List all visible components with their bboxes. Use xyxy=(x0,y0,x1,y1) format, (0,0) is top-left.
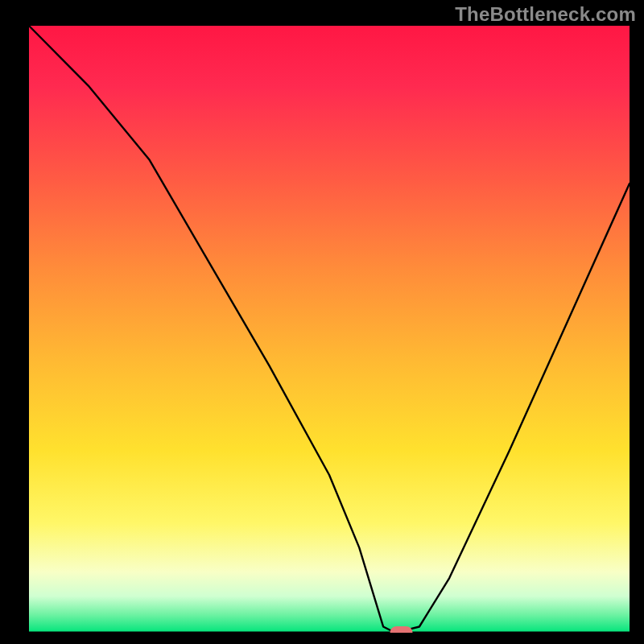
chart-stage: TheBottleneck.com xyxy=(0,0,644,644)
chart-background xyxy=(29,26,630,633)
svg-rect-0 xyxy=(29,26,630,633)
chart-canvas xyxy=(0,0,644,644)
svg-rect-4 xyxy=(0,633,644,644)
svg-rect-5 xyxy=(0,0,29,644)
svg-rect-6 xyxy=(630,0,644,644)
svg-rect-3 xyxy=(0,0,644,26)
